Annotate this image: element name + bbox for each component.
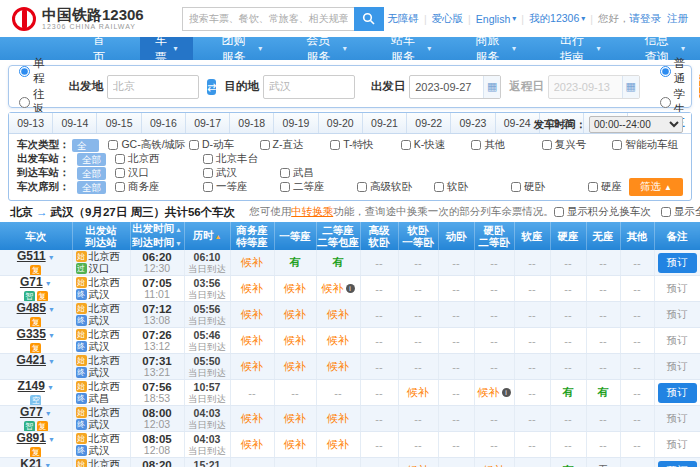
top-link-4[interactable]: 我的12306 (529, 12, 579, 26)
filter-option[interactable]: 武汉 (203, 166, 280, 180)
train-number-link[interactable]: G485 (17, 302, 46, 316)
info-icon[interactable]: i (502, 388, 511, 397)
book-button[interactable]: 预订 (667, 308, 688, 320)
chevron-down-icon[interactable]: ▼ (45, 280, 52, 287)
nav-item-站车服务[interactable]: 站车服务▾ (376, 37, 447, 60)
from-input[interactable] (107, 75, 199, 99)
sort-arrow-icon[interactable]: ▲ (175, 226, 182, 233)
date-tab[interactable]: 09-20 (319, 113, 363, 133)
date-tab[interactable]: 09-15 (97, 113, 141, 133)
filter-option[interactable]: K-快速 (401, 138, 472, 152)
filter-option[interactable]: D-动车 (189, 138, 260, 152)
filter-option-checkbox[interactable] (401, 140, 411, 150)
train-number-link[interactable]: G511 (17, 250, 46, 263)
train-number-link[interactable]: G891 (17, 432, 46, 446)
filter-option-checkbox[interactable] (357, 182, 367, 192)
sift-button[interactable]: 筛选▲ (629, 178, 683, 196)
to-input[interactable] (263, 75, 355, 99)
filter-option[interactable]: 硬卧 (511, 180, 588, 194)
transfer-link[interactable]: 中转换乘 (291, 205, 333, 217)
points-checkbox-input[interactable] (554, 207, 564, 217)
filter-option[interactable]: T-特快 (330, 138, 401, 152)
sort-arrow-icon[interactable]: ▲ (215, 233, 222, 240)
date-tab[interactable]: 09-19 (274, 113, 318, 133)
train-number-link[interactable]: Z149 (18, 380, 45, 394)
filter-option-checkbox[interactable] (115, 182, 125, 192)
filter-option-checkbox[interactable] (203, 168, 213, 178)
filter-option-checkbox[interactable] (612, 140, 622, 150)
round-radio[interactable] (19, 97, 30, 108)
chevron-down-icon[interactable]: ▼ (45, 410, 52, 417)
book-button[interactable]: 预订 (667, 360, 688, 372)
train-number-link[interactable]: G335 (17, 328, 46, 342)
filter-option[interactable]: 二等座 (280, 180, 357, 194)
show-bookable-trains-checkbox[interactable]: 显示全部可预订车次 (661, 205, 700, 219)
normal-radio[interactable] (660, 66, 671, 77)
nav-item-首页[interactable]: 首页 (78, 37, 126, 60)
info-icon[interactable]: i (346, 284, 355, 293)
date-tab[interactable]: 09-22 (407, 113, 451, 133)
book-button[interactable]: 预订 (667, 282, 688, 294)
filter-all-button[interactable]: 全部 (77, 153, 106, 166)
filter-option-checkbox[interactable] (588, 182, 598, 192)
filter-option[interactable]: 复兴号 (542, 138, 613, 152)
date-tab[interactable]: 09-16 (142, 113, 186, 133)
filter-option[interactable]: 北京西 (115, 152, 203, 166)
date-tab[interactable]: 09-18 (230, 113, 274, 133)
top-link-2[interactable]: 爱心版 (432, 12, 464, 26)
nav-item-商旅服务[interactable]: 商旅服务▾ (460, 37, 531, 60)
train-number-link[interactable]: G77 (20, 406, 43, 420)
date-tab[interactable]: 09-23 (451, 113, 495, 133)
chevron-down-icon[interactable]: ▼ (48, 358, 55, 365)
chevron-down-icon[interactable]: ▼ (48, 306, 55, 313)
filter-option[interactable]: 软卧 (434, 180, 511, 194)
filter-option[interactable]: 智能动车组 (612, 138, 683, 152)
login-link[interactable]: 请登录 (630, 12, 662, 26)
book-button[interactable]: 预订 (667, 334, 688, 346)
date-tab[interactable]: 09-21 (363, 113, 407, 133)
filter-option[interactable]: 高级软卧 (357, 180, 434, 194)
filter-option-checkbox[interactable] (280, 182, 290, 192)
filter-option-checkbox[interactable] (189, 140, 199, 150)
nav-item-会员服务[interactable]: 会员服务▾ (291, 37, 362, 60)
filter-all-button[interactable]: 全部 (77, 181, 106, 194)
filter-option-checkbox[interactable] (511, 182, 521, 192)
filter-option-checkbox[interactable] (115, 168, 125, 178)
sort-arrow-icon[interactable]: ▼ (175, 240, 182, 247)
date-tab[interactable]: 09-13 (9, 113, 53, 133)
filter-option-checkbox[interactable] (280, 168, 290, 178)
student-radio[interactable] (660, 97, 671, 108)
filter-option[interactable]: 其他 (471, 138, 542, 152)
departure-time-select[interactable]: 00:00--24:00 (589, 116, 683, 133)
nav-item-车票[interactable]: 车票▾ (140, 37, 193, 60)
top-link-3[interactable]: English (476, 13, 510, 25)
filter-option-checkbox[interactable] (260, 140, 270, 150)
nav-item-团购服务[interactable]: 团购服务▾ (207, 37, 278, 60)
filter-option[interactable]: 汉口 (115, 166, 203, 180)
date-tab[interactable]: 09-17 (186, 113, 230, 133)
date-tab[interactable]: 09-14 (53, 113, 97, 133)
filter-all-button[interactable]: 全部 (77, 167, 106, 180)
calendar-icon[interactable]: ▦ (483, 76, 500, 98)
filter-option-checkbox[interactable] (203, 154, 213, 164)
swap-stations-icon[interactable]: ⇄ (207, 79, 216, 95)
filter-all-button[interactable]: 全部 (72, 139, 99, 152)
train-number-link[interactable]: G71 (20, 276, 43, 290)
top-link-1[interactable]: 无障碍 (387, 12, 419, 26)
filter-option-checkbox[interactable] (434, 182, 444, 192)
chevron-down-icon[interactable]: ▼ (48, 332, 55, 339)
nav-item-出行指南[interactable]: 出行指南▾ (545, 37, 616, 60)
search-input[interactable] (182, 7, 354, 31)
filter-option[interactable]: Z-直达 (260, 138, 331, 152)
bookable-checkbox-input[interactable] (661, 207, 671, 217)
filter-option-checkbox[interactable] (471, 140, 481, 150)
book-button[interactable]: 预订 (658, 461, 697, 467)
filter-option[interactable]: 北京丰台 (203, 152, 280, 166)
filter-option[interactable]: 一等座 (203, 180, 280, 194)
filter-option-checkbox[interactable] (330, 140, 340, 150)
trip-type-oneway[interactable]: 单程 (19, 56, 45, 86)
train-number-link[interactable]: G421 (17, 354, 46, 368)
chevron-down-icon[interactable]: ▼ (48, 254, 55, 261)
book-button[interactable]: 预订 (667, 438, 688, 450)
train-number-link[interactable]: K21 (20, 458, 42, 467)
